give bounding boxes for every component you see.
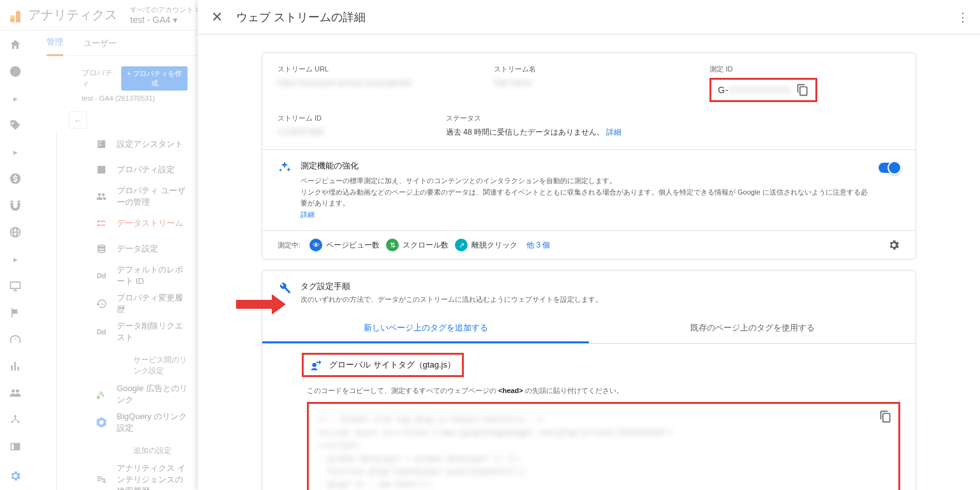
stream-details-panel: ✕ ウェブ ストリームの詳細 ⋮ ストリーム URL https://examp… bbox=[198, 0, 980, 490]
stream-url-value: https://example-domain.example/site bbox=[278, 78, 468, 87]
accordion-gtag: グローバル サイトタグ（gtag.js） このコードをコピーして、測定するすべて… bbox=[278, 344, 900, 490]
measuring-label: 測定中: bbox=[278, 241, 301, 250]
measurement-id-highlight: G-XXXXXXXXXX bbox=[709, 78, 817, 102]
wrench-icon bbox=[278, 281, 292, 295]
enh-desc: ページビューの標準測定に加え、サイトのコンテンツとのインタラクションを自動的に測… bbox=[301, 175, 870, 220]
stream-url-label: ストリーム URL bbox=[278, 64, 468, 74]
gtag-title-highlight: グローバル サイトタグ（gtag.js） bbox=[302, 353, 464, 377]
tab-add-new-tag[interactable]: 新しいページ上のタグを追加する bbox=[262, 315, 589, 343]
tag-title: タグ設定手順 bbox=[301, 281, 602, 292]
exit-icon: ↗ bbox=[455, 239, 468, 251]
measuring-row: 測定中: 👁ページビュー数 ⇅スクロール数 ↗離脱クリック 他 3 個 bbox=[262, 230, 916, 259]
copy-icon[interactable] bbox=[796, 84, 809, 96]
enh-toggle[interactable] bbox=[879, 163, 900, 173]
accordion-gtag-header[interactable]: グローバル サイトタグ（gtag.js） bbox=[278, 344, 900, 386]
tab-use-existing-tag[interactable]: 既存のページ上のタグを使用する bbox=[589, 315, 916, 343]
stream-name-label: ストリーム名 bbox=[494, 64, 685, 74]
gear-icon[interactable] bbox=[887, 239, 900, 251]
more-icon[interactable]: ⋮ bbox=[957, 10, 969, 24]
gtag-instructions: このコードをコピーして、測定するすべてのウェブページの <head> の先頭に貼… bbox=[307, 386, 900, 396]
tag-tabs: 新しいページ上のタグを追加する 既存のページ上のタグを使用する bbox=[262, 315, 916, 344]
code-snippet-box: <!-- Global site tag gtag.js Google Anal… bbox=[307, 402, 900, 490]
more-chips-link[interactable]: 他 3 個 bbox=[526, 240, 550, 251]
stream-id-label: ストリーム ID bbox=[278, 114, 420, 123]
stream-name-value: Site Name bbox=[494, 78, 685, 87]
chip-scrolls: ⇅スクロール数 bbox=[386, 239, 449, 251]
close-icon[interactable]: ✕ bbox=[209, 10, 225, 25]
scroll-icon: ⇅ bbox=[386, 239, 399, 251]
gtag-title: グローバル サイトタグ（gtag.js） bbox=[329, 359, 456, 371]
enh-details-link[interactable]: 詳細 bbox=[301, 211, 315, 218]
status-details-link[interactable]: 詳細 bbox=[606, 128, 621, 137]
status-text: 過去 48 時間に受信したデータはありません。 詳細 bbox=[446, 127, 732, 138]
eye-icon: 👁 bbox=[309, 239, 322, 251]
panel-header: ✕ ウェブ ストリームの詳細 ⋮ bbox=[198, 0, 980, 34]
sparkle-icon bbox=[278, 160, 292, 174]
gtag-icon bbox=[310, 359, 323, 371]
stream-info-card: ストリーム URL https://example-domain.example… bbox=[262, 52, 916, 260]
code-snippet-blurred: <!-- Global site tag gtag.js Google Anal… bbox=[318, 413, 889, 490]
status-label: ステータス bbox=[446, 114, 732, 123]
chip-outbound: ↗離脱クリック bbox=[455, 239, 517, 251]
enhanced-measurement-section: 測定機能の強化 ページビューの標準測定に加え、サイトのコンテンツとのインタラクシ… bbox=[262, 149, 916, 230]
chip-pageviews: 👁ページビュー数 bbox=[309, 239, 380, 251]
enh-title: 測定機能の強化 bbox=[301, 160, 870, 172]
measurement-id-label: 測定 ID bbox=[709, 64, 900, 74]
stream-id-value: 1234567890 bbox=[278, 127, 420, 137]
tag-desc: 次のいずれかの方法で、データがこのストリームに流れ込むようにウェブサイトを設定し… bbox=[301, 295, 602, 304]
tag-setup-card: タグ設定手順 次のいずれかの方法で、データがこのストリームに流れ込むようにウェブ… bbox=[262, 270, 916, 490]
panel-title: ウェブ ストリームの詳細 bbox=[236, 10, 366, 25]
measurement-id-value: G-XXXXXXXXXX bbox=[718, 85, 791, 95]
